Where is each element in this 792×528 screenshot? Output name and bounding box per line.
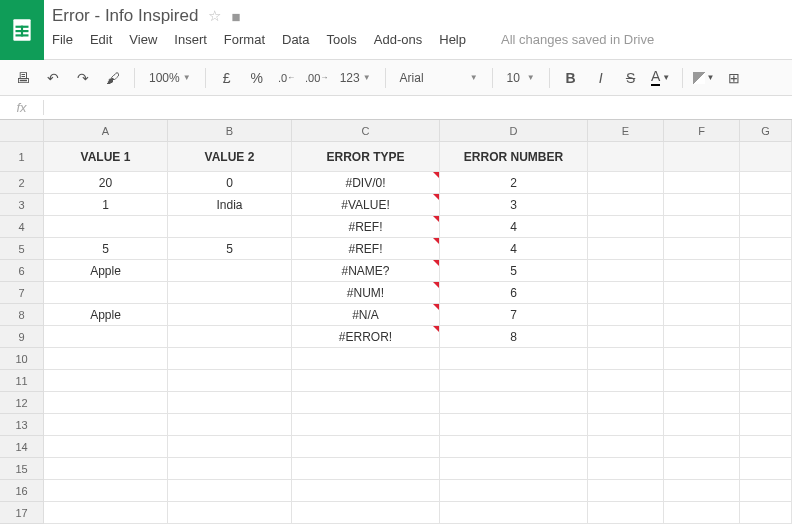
cell-E5[interactable] — [588, 238, 664, 260]
cell-C16[interactable] — [292, 480, 440, 502]
cell-C2[interactable]: #DIV/0! — [292, 172, 440, 194]
font-size-select[interactable]: 10▼ — [501, 71, 541, 85]
cell-C9[interactable]: #ERROR! — [292, 326, 440, 348]
cell-G17[interactable] — [740, 502, 792, 524]
cell-E7[interactable] — [588, 282, 664, 304]
cell-D9[interactable]: 8 — [440, 326, 588, 348]
cell-E14[interactable] — [588, 436, 664, 458]
percent-button[interactable]: % — [244, 65, 270, 91]
header-cell[interactable]: ERROR TYPE — [292, 142, 440, 172]
header-cell[interactable]: ERROR NUMBER — [440, 142, 588, 172]
bold-button[interactable]: B — [558, 65, 584, 91]
row-header-13[interactable]: 13 — [0, 414, 44, 436]
paint-format-icon[interactable]: 🖌 — [100, 65, 126, 91]
cell-G11[interactable] — [740, 370, 792, 392]
cell-G15[interactable] — [740, 458, 792, 480]
menu-insert[interactable]: Insert — [174, 32, 207, 47]
cell-B9[interactable] — [168, 326, 292, 348]
cell-B4[interactable] — [168, 216, 292, 238]
row-header-11[interactable]: 11 — [0, 370, 44, 392]
cell-B3[interactable]: India — [168, 194, 292, 216]
cell-C5[interactable]: #REF! — [292, 238, 440, 260]
row-header-9[interactable]: 9 — [0, 326, 44, 348]
menu-edit[interactable]: Edit — [90, 32, 112, 47]
col-header-D[interactable]: D — [440, 120, 588, 142]
menu-addons[interactable]: Add-ons — [374, 32, 422, 47]
cell-F15[interactable] — [664, 458, 740, 480]
menu-file[interactable]: File — [52, 32, 73, 47]
cell-C6[interactable]: #NAME? — [292, 260, 440, 282]
cell-B7[interactable] — [168, 282, 292, 304]
cell-G8[interactable] — [740, 304, 792, 326]
cell-E2[interactable] — [588, 172, 664, 194]
menu-tools[interactable]: Tools — [326, 32, 356, 47]
cell-C15[interactable] — [292, 458, 440, 480]
cell-B14[interactable] — [168, 436, 292, 458]
formula-input[interactable] — [44, 96, 792, 119]
menu-view[interactable]: View — [129, 32, 157, 47]
cell-G10[interactable] — [740, 348, 792, 370]
cell-E3[interactable] — [588, 194, 664, 216]
menu-help[interactable]: Help — [439, 32, 466, 47]
cell-A14[interactable] — [44, 436, 168, 458]
cell-F4[interactable] — [664, 216, 740, 238]
redo-icon[interactable]: ↷ — [70, 65, 96, 91]
cell-D15[interactable] — [440, 458, 588, 480]
print-icon[interactable]: 🖶 — [10, 65, 36, 91]
cell-B5[interactable]: 5 — [168, 238, 292, 260]
cell-D5[interactable]: 4 — [440, 238, 588, 260]
cell-G3[interactable] — [740, 194, 792, 216]
cell-A6[interactable]: Apple — [44, 260, 168, 282]
cell-D14[interactable] — [440, 436, 588, 458]
cell-E15[interactable] — [588, 458, 664, 480]
cell-D2[interactable]: 2 — [440, 172, 588, 194]
cell-C17[interactable] — [292, 502, 440, 524]
cell-E17[interactable] — [588, 502, 664, 524]
cell-A11[interactable] — [44, 370, 168, 392]
cell-A15[interactable] — [44, 458, 168, 480]
cell-G4[interactable] — [740, 216, 792, 238]
cell-F16[interactable] — [664, 480, 740, 502]
cell-C3[interactable]: #VALUE! — [292, 194, 440, 216]
cell-E6[interactable] — [588, 260, 664, 282]
increase-decimal-button[interactable]: .00→ — [304, 65, 330, 91]
col-header-C[interactable]: C — [292, 120, 440, 142]
cell-C11[interactable] — [292, 370, 440, 392]
cell-A8[interactable]: Apple — [44, 304, 168, 326]
cell-C13[interactable] — [292, 414, 440, 436]
cell-C14[interactable] — [292, 436, 440, 458]
cell-B10[interactable] — [168, 348, 292, 370]
cell-C7[interactable]: #NUM! — [292, 282, 440, 304]
cell-E12[interactable] — [588, 392, 664, 414]
undo-icon[interactable]: ↶ — [40, 65, 66, 91]
header-cell[interactable]: VALUE 1 — [44, 142, 168, 172]
sheets-logo[interactable] — [0, 0, 44, 60]
cell-D4[interactable]: 4 — [440, 216, 588, 238]
col-header-F[interactable]: F — [664, 120, 740, 142]
col-header-B[interactable]: B — [168, 120, 292, 142]
decrease-decimal-button[interactable]: .0← — [274, 65, 300, 91]
cell-G14[interactable] — [740, 436, 792, 458]
cell-F12[interactable] — [664, 392, 740, 414]
row-header-5[interactable]: 5 — [0, 238, 44, 260]
cell-F11[interactable] — [664, 370, 740, 392]
corner-cell[interactable] — [0, 120, 44, 142]
cell-E10[interactable] — [588, 348, 664, 370]
cell-B16[interactable] — [168, 480, 292, 502]
cell-E8[interactable] — [588, 304, 664, 326]
row-header-3[interactable]: 3 — [0, 194, 44, 216]
cell-G16[interactable] — [740, 480, 792, 502]
cell-D13[interactable] — [440, 414, 588, 436]
header-cell[interactable] — [664, 142, 740, 172]
cell-D6[interactable]: 5 — [440, 260, 588, 282]
cell-A10[interactable] — [44, 348, 168, 370]
cell-C10[interactable] — [292, 348, 440, 370]
text-color-button[interactable]: A▼ — [648, 65, 674, 91]
cell-A7[interactable] — [44, 282, 168, 304]
spreadsheet-grid[interactable]: ABCDEFG1VALUE 1VALUE 2ERROR TYPEERROR NU… — [0, 120, 792, 524]
cell-D11[interactable] — [440, 370, 588, 392]
cell-G7[interactable] — [740, 282, 792, 304]
folder-icon[interactable]: ■ — [231, 8, 240, 25]
row-header-8[interactable]: 8 — [0, 304, 44, 326]
row-header-2[interactable]: 2 — [0, 172, 44, 194]
